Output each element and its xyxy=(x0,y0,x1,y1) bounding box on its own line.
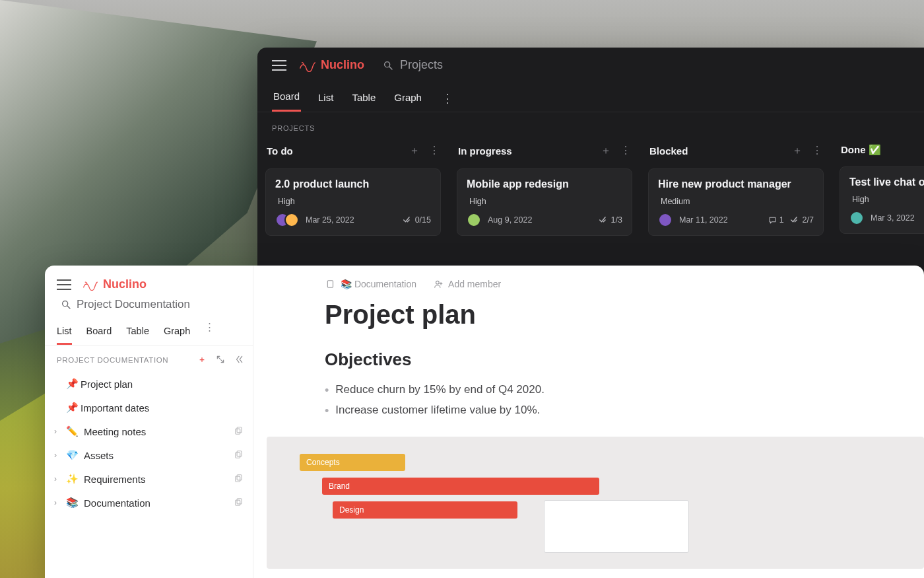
menu-icon[interactable] xyxy=(272,60,286,71)
breadcrumb-item[interactable]: 📚 Documentation xyxy=(326,279,416,289)
column-title: Done ✅ xyxy=(841,144,881,156)
tabs-more-icon[interactable]: ⋮ xyxy=(205,322,214,345)
chevron-right-icon[interactable]: › xyxy=(54,474,61,484)
gantt-bar-concepts[interactable]: Concepts xyxy=(300,454,405,471)
emoji-icon: 📚 xyxy=(66,497,79,509)
app-name: Nuclino xyxy=(321,58,364,72)
svg-point-2 xyxy=(63,301,68,307)
svg-rect-5 xyxy=(236,429,240,434)
card-checklist: 1/3 xyxy=(599,215,622,225)
embedded-gantt[interactable]: Concepts Brand Design xyxy=(267,437,924,569)
add-member-button[interactable]: Add member xyxy=(434,279,501,289)
view-tabs: Board List Table Graph ⋮ xyxy=(257,77,924,112)
svg-point-13 xyxy=(436,281,440,284)
chevron-right-icon[interactable]: › xyxy=(54,451,61,460)
app-logo[interactable]: Nuclino xyxy=(298,58,364,72)
card-checklist: 0/15 xyxy=(403,215,431,225)
app-logo[interactable]: Nuclino xyxy=(82,277,147,291)
svg-line-3 xyxy=(67,306,70,308)
view-tabs: List Board Table Graph ⋮ xyxy=(45,315,253,345)
tree-item-requirements[interactable]: ›✨Requirements xyxy=(45,467,253,491)
card[interactable]: Mobile app redesign High Aug 9, 2022 1/3 xyxy=(457,168,632,236)
objectives-list[interactable]: Reduce churn by 15% by end of Q4 2020. I… xyxy=(253,374,924,422)
svg-rect-8 xyxy=(237,474,242,480)
card-date: Mar 3, 2022 xyxy=(871,213,915,223)
heading-objectives[interactable]: Objectives xyxy=(253,334,924,374)
column-more-icon[interactable]: ⋮ xyxy=(429,144,440,158)
card-assignees xyxy=(275,213,299,227)
collapse-sidebar-icon[interactable] xyxy=(234,355,244,365)
list-item: Increase customer lifetime value by 10%. xyxy=(335,404,540,417)
pin-icon: 📌 xyxy=(66,378,75,390)
gantt-bar-design[interactable]: Design xyxy=(333,501,517,519)
search-field[interactable]: Project Documentation xyxy=(49,298,253,315)
tab-board[interactable]: Board xyxy=(86,322,112,345)
kanban-board: To do ＋ ⋮ 2.0 product launch High Mar 25… xyxy=(257,135,924,236)
card-comments: 1 xyxy=(768,215,784,225)
svg-rect-4 xyxy=(237,427,242,432)
chevron-right-icon[interactable]: › xyxy=(54,498,61,507)
page-title[interactable]: Project plan xyxy=(253,289,924,334)
add-card-icon[interactable]: ＋ xyxy=(601,144,611,158)
search-field[interactable]: Projects xyxy=(383,58,443,72)
avatar xyxy=(849,211,864,225)
column-more-icon[interactable]: ⋮ xyxy=(620,144,631,158)
svg-rect-9 xyxy=(236,476,240,482)
collection-icon xyxy=(234,474,244,485)
collection-icon xyxy=(234,450,244,461)
tree-item-project-plan[interactable]: 📌Project plan xyxy=(45,372,253,396)
add-card-icon[interactable]: ＋ xyxy=(792,144,803,158)
card-priority: High xyxy=(849,195,924,204)
chevron-right-icon[interactable]: › xyxy=(54,427,61,436)
card-priority: High xyxy=(275,197,431,206)
tree-item-assets[interactable]: ›💎Assets xyxy=(45,443,253,467)
section-label: PROJECT DOCUMENTATION xyxy=(57,356,168,364)
card-assignees xyxy=(849,211,864,225)
column-in-progress: In progress ＋ ⋮ Mobile app redesign High… xyxy=(457,141,632,236)
pin-icon: 📌 xyxy=(66,402,75,414)
card-priority: Medium xyxy=(658,197,814,206)
search-placeholder: Project Documentation xyxy=(77,298,190,311)
gantt-bar-brand[interactable]: Brand xyxy=(322,478,599,495)
page-tree: 📌Project plan 📌Important dates ›✏️Meetin… xyxy=(45,372,253,515)
list-item: Reduce churn by 15% by end of Q4 2020. xyxy=(335,383,544,396)
window-project-documentation-light: Nuclino Project Documentation List Board… xyxy=(45,266,924,578)
tab-table[interactable]: Table xyxy=(350,87,377,111)
card[interactable]: 2.0 product launch High Mar 25, 2022 0/1… xyxy=(265,168,441,236)
tab-list[interactable]: List xyxy=(317,87,335,111)
column-title: To do xyxy=(267,145,293,157)
tab-graph[interactable]: Graph xyxy=(393,87,423,111)
svg-rect-12 xyxy=(327,281,333,288)
tab-table[interactable]: Table xyxy=(126,322,149,345)
search-placeholder: Projects xyxy=(400,58,443,72)
tab-list[interactable]: List xyxy=(57,322,72,345)
column-title: In progress xyxy=(458,145,512,157)
gantt-detail-popover xyxy=(544,500,689,553)
card-title: Mobile app redesign xyxy=(467,178,622,190)
menu-icon[interactable] xyxy=(57,279,71,290)
add-card-icon[interactable]: ＋ xyxy=(409,144,420,158)
tab-board[interactable]: Board xyxy=(272,85,301,112)
card[interactable]: Hire new product manager Medium Mar 11, … xyxy=(648,168,824,236)
svg-rect-10 xyxy=(237,498,242,503)
column-done: Done ✅ Test live chat on the w High Mar … xyxy=(840,141,924,236)
column-more-icon[interactable]: ⋮ xyxy=(812,144,822,158)
card[interactable]: Test live chat on the w High Mar 3, 2022 xyxy=(840,166,924,234)
avatar xyxy=(467,213,481,227)
emoji-icon: 💎 xyxy=(66,449,79,461)
card-title: Hire new product manager xyxy=(658,178,814,190)
tree-item-documentation[interactable]: ›📚Documentation xyxy=(45,491,253,515)
tab-graph[interactable]: Graph xyxy=(164,322,190,345)
card-assignees xyxy=(467,213,481,227)
emoji-icon: ✏️ xyxy=(66,425,79,437)
avatar xyxy=(284,213,299,227)
card-title: Test live chat on the w xyxy=(849,176,924,188)
tree-item-meeting-notes[interactable]: ›✏️Meeting notes xyxy=(45,419,253,443)
section-label: PROJECTS xyxy=(257,112,924,135)
tree-item-important-dates[interactable]: 📌Important dates xyxy=(45,396,253,419)
expand-icon[interactable] xyxy=(216,355,225,365)
add-item-icon[interactable]: ＋ xyxy=(198,355,207,365)
svg-rect-7 xyxy=(236,452,240,458)
avatar xyxy=(658,213,673,227)
tabs-more-icon[interactable]: ⋮ xyxy=(442,92,453,104)
